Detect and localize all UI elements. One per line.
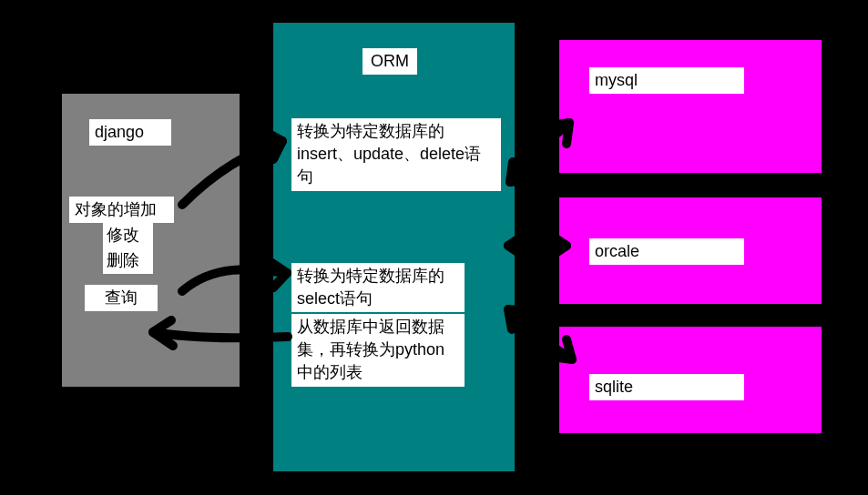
arrow-orm-oracle bbox=[508, 235, 567, 257]
db-sqlite-panel: sqlite bbox=[559, 327, 822, 433]
db-mysql-panel: mysql bbox=[559, 40, 822, 173]
db-sqlite-label: sqlite bbox=[589, 374, 744, 400]
orm-title: ORM bbox=[363, 48, 417, 75]
db-oracle-label: orcale bbox=[589, 238, 744, 265]
orm-panel: ORM 转换为特定数据库的insert、update、delete语句 转换为特… bbox=[273, 23, 515, 471]
db-mysql-label: mysql bbox=[589, 67, 744, 94]
django-op-delete: 删除 bbox=[103, 248, 153, 274]
db-oracle-panel: orcale bbox=[559, 197, 822, 304]
orm-select-text: 转换为特定数据库的select语句 bbox=[291, 263, 465, 312]
django-panel: django 对象的增加 修改 删除 查询 bbox=[62, 94, 240, 387]
django-title: django bbox=[89, 119, 171, 146]
orm-result-text: 从数据库中返回数据集，再转换为python中的列表 bbox=[291, 314, 465, 387]
django-op-modify: 修改 bbox=[103, 222, 153, 248]
orm-iud-text: 转换为特定数据库的insert、update、delete语句 bbox=[291, 118, 501, 191]
django-op-add: 对象的增加 bbox=[69, 197, 174, 223]
django-query: 查询 bbox=[85, 285, 158, 311]
